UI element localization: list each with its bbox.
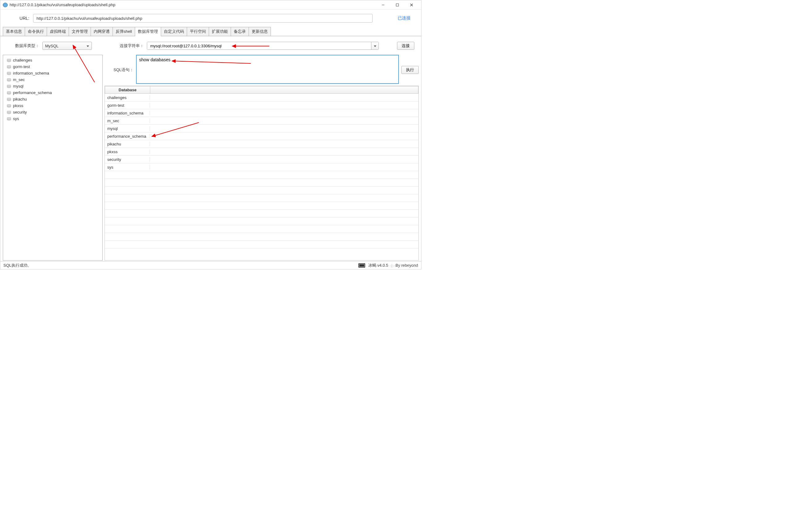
tab-9[interactable]: 扩展功能 — [209, 27, 231, 36]
tree-item[interactable]: pkxss — [4, 102, 102, 109]
tree-item[interactable]: gorm-test — [4, 63, 102, 70]
database-icon — [7, 91, 11, 94]
database-icon — [7, 58, 11, 62]
url-label: URL: — [5, 16, 29, 21]
conn-string-field — [147, 42, 379, 50]
window-controls — [376, 1, 419, 9]
column-header-empty — [150, 86, 418, 94]
sql-input[interactable] — [136, 55, 399, 84]
database-icon — [7, 78, 11, 81]
db-type-label: 数据库类型： — [5, 43, 39, 49]
tree-item[interactable]: information_schema — [4, 70, 102, 76]
cell-database: gorm-test — [105, 103, 150, 108]
app-window: http://127.0.0.1/pikachu/vul/unsafeuploa… — [0, 0, 422, 270]
maximize-button[interactable] — [390, 1, 404, 9]
table-row[interactable] — [105, 241, 418, 248]
cell-database: m_sec — [105, 118, 150, 123]
tab-6[interactable]: 数据库管理 — [135, 27, 161, 36]
tab-11[interactable]: 更新信息 — [249, 27, 271, 36]
table-row[interactable] — [105, 187, 418, 194]
chevron-down-icon — [374, 44, 376, 48]
status-message: SQL执行成功。 — [3, 263, 358, 268]
table-row[interactable]: mysql — [105, 125, 418, 132]
tree-item-label: m_sec — [13, 77, 25, 82]
chevron-down-icon — [87, 44, 89, 48]
minimize-button[interactable] — [376, 1, 390, 9]
tree-item-label: information_schema — [13, 71, 49, 76]
table-row[interactable]: performance_schema — [105, 132, 418, 140]
cell-database: security — [105, 157, 150, 162]
tab-4[interactable]: 内网穿透 — [91, 27, 113, 36]
tree-item[interactable]: security — [4, 109, 102, 115]
window-title: http://127.0.0.1/pikachu/vul/unsafeuploa… — [9, 2, 376, 7]
statusbar: SQL执行成功。 冰蝎 v4.0.5 | By rebeyond — [0, 261, 421, 269]
conn-string-label: 连接字符串： — [120, 43, 144, 49]
database-icon — [7, 65, 11, 69]
tab-8[interactable]: 平行空间 — [187, 27, 209, 36]
svg-marker-6 — [374, 46, 376, 47]
tree-item[interactable]: mysql — [4, 83, 102, 89]
db-type-value: MySQL — [45, 44, 58, 48]
app-icon — [3, 2, 8, 7]
table-row[interactable]: sys — [105, 163, 418, 171]
table-row[interactable] — [105, 218, 418, 225]
tab-3[interactable]: 文件管理 — [69, 27, 91, 36]
tree-item[interactable]: m_sec — [4, 76, 102, 83]
tab-7[interactable]: 自定义代码 — [161, 27, 187, 36]
tree-item[interactable]: sys — [4, 115, 102, 122]
database-icon — [7, 84, 11, 88]
table-row[interactable]: m_sec — [105, 117, 418, 125]
table-row[interactable]: challenges — [105, 94, 418, 102]
database-icon — [7, 72, 11, 75]
table-row[interactable] — [105, 179, 418, 187]
right-panel: SQL语句： 执行 Database challengesgorm-testin… — [105, 55, 419, 261]
table-row[interactable]: security — [105, 156, 418, 163]
cell-database: performance_schema — [105, 134, 150, 139]
table-row[interactable] — [105, 171, 418, 179]
table-row[interactable] — [105, 233, 418, 241]
conn-string-input[interactable] — [147, 42, 371, 50]
result-rows[interactable]: challengesgorm-testinformation_schemam_s… — [105, 94, 418, 260]
execute-button[interactable]: 执行 — [401, 66, 419, 74]
table-row[interactable] — [105, 225, 418, 233]
table-row[interactable] — [105, 210, 418, 218]
tab-2[interactable]: 虚拟终端 — [47, 27, 69, 36]
table-row[interactable]: pikachu — [105, 140, 418, 148]
close-button[interactable] — [404, 1, 419, 9]
result-table: Database challengesgorm-testinformation_… — [105, 86, 419, 261]
tab-10[interactable]: 备忘录 — [231, 27, 249, 36]
db-type-dropdown[interactable]: MySQL — [42, 42, 92, 50]
table-row[interactable]: pkxss — [105, 148, 418, 156]
tab-1[interactable]: 命令执行 — [25, 27, 47, 36]
version-label: 冰蝎 v4.0.5 — [368, 263, 388, 268]
database-tree[interactable]: challengesgorm-testinformation_schemam_s… — [3, 55, 103, 261]
table-row[interactable] — [105, 194, 418, 202]
cell-database: pikachu — [105, 142, 150, 146]
table-row[interactable]: gorm-test — [105, 102, 418, 109]
sql-label: SQL语句： — [105, 55, 134, 73]
tab-0[interactable]: 基本信息 — [3, 27, 25, 36]
table-row[interactable]: information_schema — [105, 109, 418, 117]
tree-item[interactable]: pikachu — [4, 96, 102, 102]
tree-item[interactable]: challenges — [4, 57, 102, 63]
url-input[interactable] — [33, 14, 373, 23]
tree-item-label: pikachu — [13, 97, 27, 102]
connect-button[interactable]: 连接 — [397, 42, 414, 50]
tree-item-label: sys — [13, 116, 19, 121]
tabs: 基本信息命令执行虚拟终端文件管理内网穿透反弹shell数据库管理自定义代码平行空… — [0, 27, 421, 36]
url-row: URL: 已连接 — [0, 9, 421, 27]
column-header-database[interactable]: Database — [105, 86, 150, 94]
conn-string-dropdown-button[interactable] — [371, 42, 378, 50]
connection-status: 已连接 — [398, 16, 411, 21]
database-icon — [7, 98, 11, 101]
result-table-header: Database — [105, 86, 418, 94]
tab-5[interactable]: 反弹shell — [113, 27, 135, 36]
database-icon — [7, 104, 11, 107]
tree-item-label: mysql — [13, 84, 24, 88]
cell-database: information_schema — [105, 111, 150, 115]
tree-item[interactable]: performance_schema — [4, 89, 102, 96]
cell-database: mysql — [105, 126, 150, 131]
main-area: challengesgorm-testinformation_schemam_s… — [0, 53, 421, 261]
svg-rect-2 — [396, 4, 399, 6]
table-row[interactable] — [105, 202, 418, 210]
